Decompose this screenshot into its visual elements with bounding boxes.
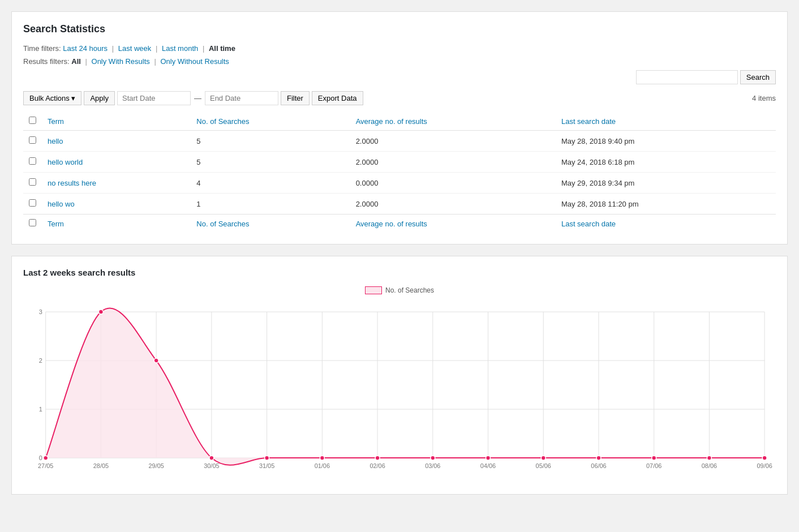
svg-point-38 bbox=[154, 358, 158, 363]
svg-point-40 bbox=[265, 456, 269, 460]
footer-col-term[interactable]: Term bbox=[42, 214, 191, 233]
svg-text:08/06: 08/06 bbox=[702, 462, 717, 469]
toolbar-right: 4 items bbox=[752, 94, 776, 102]
svg-text:3: 3 bbox=[39, 308, 42, 315]
row-last-date: May 29, 2018 9:34 pm bbox=[556, 173, 776, 194]
svg-text:05/06: 05/06 bbox=[536, 462, 551, 469]
svg-point-39 bbox=[209, 456, 214, 460]
svg-text:29/05: 29/05 bbox=[149, 462, 164, 469]
svg-text:28/05: 28/05 bbox=[93, 462, 109, 469]
filter-all[interactable]: All bbox=[71, 57, 81, 66]
table-header-row: Term No. of Searches Average no. of resu… bbox=[23, 112, 776, 131]
filter-last-week[interactable]: Last week bbox=[118, 44, 152, 53]
filter-all-time[interactable]: All time bbox=[209, 44, 235, 53]
row-checkbox-cell bbox=[23, 173, 42, 194]
svg-point-45 bbox=[541, 456, 545, 460]
row-searches: 1 bbox=[191, 194, 350, 214]
row-checkbox-cell bbox=[23, 131, 42, 152]
row-last-date: May 24, 2018 6:18 pm bbox=[556, 152, 776, 173]
start-date-input[interactable] bbox=[117, 91, 191, 105]
row-term: hello world bbox=[42, 152, 191, 173]
row-avg-results: 2.0000 bbox=[350, 131, 556, 152]
legend-label: No. of Searches bbox=[385, 286, 434, 294]
search-button[interactable]: Search bbox=[740, 70, 776, 84]
row-avg-results: 2.0000 bbox=[350, 152, 556, 173]
svg-point-41 bbox=[320, 456, 324, 460]
svg-text:31/05: 31/05 bbox=[259, 462, 274, 469]
search-bar: Search bbox=[23, 70, 776, 84]
search-statistics-panel: Search Statistics Time filters: Last 24 … bbox=[11, 11, 788, 244]
items-count: 4 items bbox=[752, 94, 776, 102]
filter-last-24h[interactable]: Last 24 hours bbox=[63, 44, 108, 53]
svg-text:27/05: 27/05 bbox=[38, 462, 53, 469]
footer-select-all-checkbox[interactable] bbox=[29, 219, 36, 226]
time-filters-label: Time filters: bbox=[23, 44, 61, 53]
col-last-date[interactable]: Last search date bbox=[556, 112, 776, 131]
svg-point-37 bbox=[98, 310, 103, 314]
col-avg-results[interactable]: Average no. of results bbox=[350, 112, 556, 131]
row-last-date: May 28, 2018 11:20 pm bbox=[556, 194, 776, 214]
date-separator: — bbox=[194, 94, 201, 102]
export-button[interactable]: Export Data bbox=[312, 91, 363, 105]
toolbar: Bulk Actions ▾ Apply — Filter Export Dat… bbox=[23, 91, 776, 105]
chart-container: 0123 27/0528/0529/0530/0531/0501/0602/06… bbox=[23, 300, 776, 483]
row-checkbox-1[interactable] bbox=[29, 157, 36, 165]
svg-point-36 bbox=[44, 456, 48, 460]
filter-only-without-results[interactable]: Only Without Results bbox=[160, 57, 229, 66]
row-avg-results: 2.0000 bbox=[350, 194, 556, 214]
svg-text:02/06: 02/06 bbox=[370, 462, 385, 469]
select-all-checkbox[interactable] bbox=[29, 117, 36, 124]
row-searches: 5 bbox=[191, 152, 350, 173]
row-term: hello wo bbox=[42, 194, 191, 214]
legend-swatch bbox=[365, 286, 382, 294]
filter-only-with-results[interactable]: Only With Results bbox=[92, 57, 150, 66]
chart-panel: Last 2 weeks search results No. of Searc… bbox=[11, 256, 788, 495]
table-row: no results here 4 0.0000 May 29, 2018 9:… bbox=[23, 173, 776, 194]
row-checkbox-0[interactable] bbox=[29, 136, 36, 144]
svg-text:1: 1 bbox=[39, 406, 42, 413]
table-footer-row: Term No. of Searches Average no. of resu… bbox=[23, 214, 776, 233]
svg-text:2: 2 bbox=[39, 357, 42, 364]
search-terms-table: Term No. of Searches Average no. of resu… bbox=[23, 112, 776, 233]
svg-text:01/06: 01/06 bbox=[315, 462, 330, 469]
results-filters: Results filters: All | Only With Results… bbox=[23, 57, 776, 66]
filter-button[interactable]: Filter bbox=[281, 91, 310, 105]
chart-svg: 0123 27/0528/0529/0530/0531/0501/0602/06… bbox=[23, 300, 776, 481]
row-searches: 5 bbox=[191, 131, 350, 152]
row-checkbox-cell bbox=[23, 194, 42, 214]
svg-text:03/06: 03/06 bbox=[425, 462, 440, 469]
select-all-header bbox=[23, 112, 42, 131]
chart-legend: No. of Searches bbox=[23, 286, 776, 294]
footer-col-last-date[interactable]: Last search date bbox=[556, 214, 776, 233]
row-checkbox-2[interactable] bbox=[29, 178, 36, 186]
end-date-input[interactable] bbox=[205, 91, 278, 105]
chart-title: Last 2 weeks search results bbox=[23, 268, 776, 277]
apply-button[interactable]: Apply bbox=[84, 91, 115, 105]
col-searches[interactable]: No. of Searches bbox=[191, 112, 350, 131]
page-title: Search Statistics bbox=[23, 23, 776, 35]
svg-text:0: 0 bbox=[39, 454, 42, 461]
table-row: hello 5 2.0000 May 28, 2018 9:40 pm bbox=[23, 131, 776, 152]
row-searches: 4 bbox=[191, 173, 350, 194]
toolbar-left: Bulk Actions ▾ Apply — Filter Export Dat… bbox=[23, 91, 363, 105]
footer-col-searches[interactable]: No. of Searches bbox=[191, 214, 350, 233]
row-term: no results here bbox=[42, 173, 191, 194]
svg-point-47 bbox=[652, 456, 656, 460]
row-last-date: May 28, 2018 9:40 pm bbox=[556, 131, 776, 152]
svg-text:06/06: 06/06 bbox=[591, 462, 606, 469]
footer-col-avg-results[interactable]: Average no. of results bbox=[350, 214, 556, 233]
row-term: hello bbox=[42, 131, 191, 152]
table-row: hello world 5 2.0000 May 24, 2018 6:18 p… bbox=[23, 152, 776, 173]
bulk-actions-button[interactable]: Bulk Actions ▾ bbox=[23, 91, 81, 105]
col-term[interactable]: Term bbox=[42, 112, 191, 131]
footer-checkbox-cell bbox=[23, 214, 42, 233]
svg-text:09/06: 09/06 bbox=[757, 462, 772, 469]
svg-text:30/05: 30/05 bbox=[204, 462, 219, 469]
filter-last-month[interactable]: Last month bbox=[162, 44, 198, 53]
row-checkbox-3[interactable] bbox=[29, 199, 36, 207]
table-row: hello wo 1 2.0000 May 28, 2018 11:20 pm bbox=[23, 194, 776, 214]
svg-point-48 bbox=[707, 456, 711, 460]
search-input[interactable] bbox=[636, 70, 738, 84]
svg-text:07/06: 07/06 bbox=[646, 462, 661, 469]
time-filters: Time filters: Last 24 hours | Last week … bbox=[23, 44, 776, 53]
